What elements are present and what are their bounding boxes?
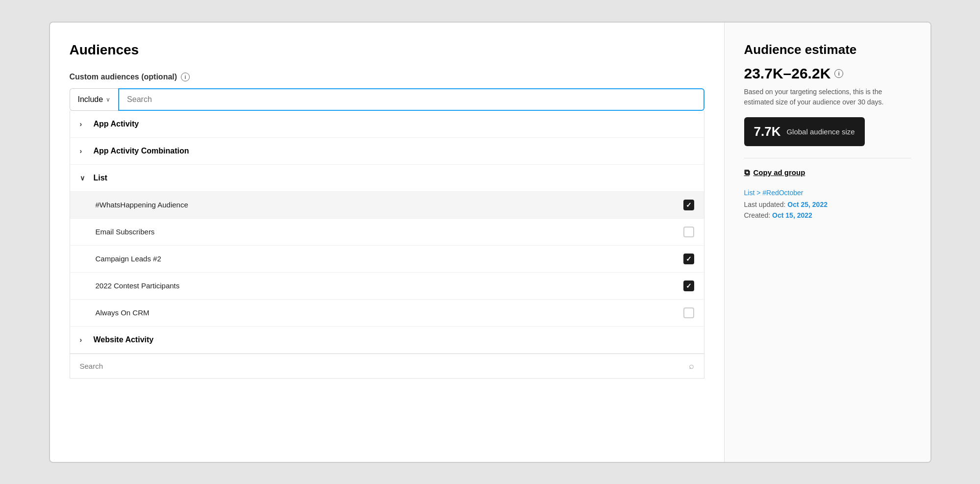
app-activity-label: App Activity [94, 120, 139, 128]
bottom-search-row: ⌕ [70, 354, 704, 378]
search-input[interactable] [118, 88, 704, 111]
category-app-activity-combination[interactable]: › App Activity Combination [70, 138, 704, 165]
left-panel: Audiences Custom audiences (optional) i … [50, 23, 725, 462]
copy-icon: ⧉ [744, 168, 750, 177]
app-activity-chevron-icon: › [80, 120, 88, 128]
list-item-contest-participants[interactable]: 2022 Contest Participants [70, 273, 704, 300]
audience-estimate-title: Audience estimate [744, 42, 911, 57]
category-website-activity[interactable]: › Website Activity [70, 327, 704, 354]
list-chevron-icon: ∨ [80, 174, 88, 182]
tooltip-number: 7.7K [754, 124, 781, 139]
right-panel: Audience estimate 23.7K–26.2K i Based on… [725, 23, 930, 462]
copy-button-label: Copy ad group [754, 168, 805, 177]
website-activity-chevron-icon: › [80, 336, 88, 344]
always-on-crm-label: Always On CRM [96, 308, 150, 317]
dropdown-list: › App Activity › App Activity Combinatio… [70, 111, 704, 379]
category-app-activity[interactable]: › App Activity [70, 111, 704, 138]
audience-range: 23.7K–26.2K i [744, 65, 911, 82]
copy-ad-group-button[interactable]: ⧉ Copy ad group [744, 168, 911, 177]
contest-participants-checkbox[interactable] [683, 280, 694, 291]
search-row: Include ∨ [70, 88, 704, 111]
website-activity-label: Website Activity [94, 335, 154, 344]
tooltip-label: Global audience size [786, 127, 854, 136]
custom-audiences-label: Custom audiences (optional) i [70, 73, 704, 81]
audiences-title: Audiences [70, 42, 704, 58]
whats-happening-label: #WhatsHappening Audience [96, 201, 188, 209]
campaign-leads-checkbox[interactable] [683, 254, 694, 264]
list-item-whats-happening[interactable]: #WhatsHappening Audience [70, 192, 704, 219]
created-row: Created: Oct 15, 2022 [744, 211, 911, 219]
whats-happening-checkbox[interactable] [683, 200, 694, 210]
email-subscribers-label: Email Subscribers [96, 228, 155, 236]
include-label: Include [78, 95, 103, 104]
created-value: Oct 15, 2022 [772, 211, 812, 219]
list-label: List [94, 174, 107, 182]
email-subscribers-checkbox[interactable] [683, 227, 694, 237]
search-input-wrapper [118, 88, 704, 111]
list-item-campaign-leads[interactable]: Campaign Leads #2 [70, 246, 704, 273]
created-label: Created: [744, 211, 771, 219]
bottom-search-input[interactable] [80, 362, 689, 370]
app-activity-combination-chevron-icon: › [80, 147, 88, 155]
list-item-always-on-crm[interactable]: Always On CRM [70, 300, 704, 327]
panel-divider [744, 158, 911, 158]
always-on-crm-checkbox[interactable] [683, 307, 694, 318]
main-frame: Audiences Custom audiences (optional) i … [49, 22, 931, 463]
audience-description: Based on your targeting selections, this… [744, 87, 911, 107]
last-updated-value: Oct 25, 2022 [787, 201, 828, 208]
range-value: 23.7K–26.2K [744, 65, 831, 82]
campaign-leads-label: Campaign Leads #2 [96, 255, 161, 263]
include-dropdown[interactable]: Include ∨ [70, 88, 119, 111]
range-info-icon[interactable]: i [834, 69, 843, 78]
bottom-search-icon: ⌕ [689, 361, 694, 371]
last-updated-row: Last updated: Oct 25, 2022 [744, 201, 911, 208]
include-chevron-icon: ∨ [106, 96, 110, 103]
list-item-email-subscribers[interactable]: Email Subscribers [70, 219, 704, 246]
audience-path: List > #RedOctober [744, 189, 911, 197]
contest-participants-label: 2022 Contest Participants [96, 281, 180, 290]
custom-audiences-info-icon[interactable]: i [181, 73, 190, 81]
app-activity-combination-label: App Activity Combination [94, 147, 189, 155]
global-audience-tooltip: 7.7K Global audience size [744, 117, 865, 146]
category-list[interactable]: ∨ List [70, 165, 704, 192]
last-updated-label: Last updated: [744, 201, 786, 208]
